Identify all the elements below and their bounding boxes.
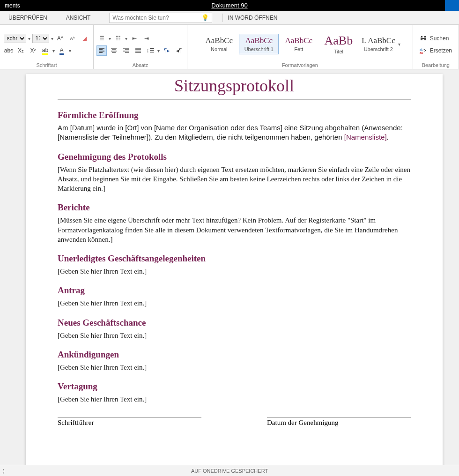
- subscript-button[interactable]: X₂: [16, 45, 26, 56]
- open-in-word-button[interactable]: IN WORD ÖFFNEN: [228, 15, 277, 21]
- replace-label: Ersetzen: [430, 47, 452, 54]
- section-heading[interactable]: Neues Geschäftschance: [58, 318, 411, 328]
- find-button[interactable]: Suchen: [420, 35, 449, 42]
- styles-group: AaBbCc Normal AaBbCc Überschrift 1 AaBbC…: [187, 25, 413, 69]
- section-heading[interactable]: Genehmigung des Protokolls: [58, 152, 411, 162]
- strikethrough-button[interactable]: abc: [4, 45, 14, 56]
- shrink-font-button[interactable]: A^: [67, 33, 78, 44]
- chevron-down-icon: ▾: [52, 48, 55, 53]
- document-canvas[interactable]: Sitzungsprotokoll Förmliche Eröffnung Am…: [0, 69, 459, 465]
- ribbon-tabs: ÜBERPRÜFEN ANSICHT 💡 IN WORD ÖFFNEN: [0, 11, 459, 25]
- style-title[interactable]: AaBb Titel: [318, 32, 358, 56]
- numbering-button[interactable]: ☷: [113, 33, 123, 44]
- align-center-button[interactable]: [109, 45, 119, 56]
- section-body[interactable]: [Geben Sie hier Ihren Text ein.]: [58, 331, 411, 340]
- section: Unerledigtes Geschäftsangelegenheiten [G…: [58, 253, 411, 276]
- bulb-icon: 💡: [201, 14, 209, 21]
- title-left-text: ments: [5, 2, 20, 9]
- chevron-down-icon: ▾: [28, 36, 30, 41]
- ribbon: schri▾ 13▾ A^ A^ ◢ abc X₂ X² ab▾ A▾ Schr…: [0, 25, 459, 69]
- signature-row: Schriftführer Datum der Genehmigung: [58, 417, 411, 427]
- group-label: Formatvorlagen: [282, 62, 318, 68]
- replace-button[interactable]: abac Ersetzen: [420, 47, 452, 54]
- section: Neues Geschäftschance [Geben Sie hier Ih…: [58, 318, 411, 340]
- ltr-button[interactable]: ¶▸: [162, 45, 172, 56]
- chevron-down-icon[interactable]: ▾: [398, 42, 400, 47]
- align-left-button[interactable]: [96, 45, 107, 56]
- style-heading2[interactable]: I. AaBbCc Überschrift 2: [358, 34, 398, 54]
- style-sample: AaBb: [318, 34, 358, 48]
- style-normal[interactable]: AaBbCc Normal: [199, 34, 239, 54]
- style-sample: AaBbCc: [239, 36, 278, 45]
- section-heading[interactable]: Förmliche Eröffnung: [58, 110, 411, 120]
- justify-button[interactable]: [133, 45, 143, 56]
- font-group: schri▾ 13▾ A^ A^ ◢ abc X₂ X² ab▾ A▾ Schr…: [0, 25, 94, 69]
- decrease-indent-button[interactable]: ⇤: [129, 33, 140, 44]
- svg-text:ac: ac: [420, 51, 423, 54]
- rtl-button[interactable]: ◂¶: [174, 45, 184, 56]
- style-sample: I. AaBbCc: [358, 36, 398, 45]
- group-label: Schriftart: [36, 62, 57, 68]
- status-bar: ) AUF ONEDRIVE GESPEICHERT: [0, 465, 459, 476]
- section: Antrag [Geben Sie hier Ihren Text ein.]: [58, 285, 411, 308]
- search-input[interactable]: [112, 15, 201, 21]
- style-name: Fett: [279, 46, 318, 52]
- section-body[interactable]: [Geben Sie hier Ihren Text ein.]: [58, 363, 411, 372]
- style-gallery: AaBbCc Normal AaBbCc Überschrift 1 AaBbC…: [197, 27, 402, 61]
- section-body[interactable]: [Wenn Sie Platzhaltertext (wie diesen hi…: [58, 165, 411, 193]
- group-label: Absatz: [133, 62, 148, 68]
- paragraph-group: ☰▾ ☷▾ ⇤ ⇥ ↕☰▾ ¶▸ ◂¶: [94, 25, 187, 69]
- section-body[interactable]: [Geben Sie hier Ihren Text ein.]: [58, 298, 411, 308]
- style-name: Überschrift 2: [358, 46, 398, 52]
- section-heading[interactable]: Ankündigungen: [58, 350, 411, 360]
- grow-font-button[interactable]: A^: [55, 33, 66, 44]
- replace-icon: abac: [420, 47, 427, 54]
- section: Berichte [Müssen Sie eine eigene Übersch…: [58, 202, 411, 244]
- clear-formatting-button[interactable]: ◢: [80, 33, 90, 44]
- line-spacing-button[interactable]: ↕☰: [145, 45, 155, 56]
- section-heading[interactable]: Antrag: [58, 285, 411, 296]
- style-name: Normal: [199, 46, 239, 52]
- document-title[interactable]: Sitzungsprotokoll: [58, 74, 411, 100]
- font-size-select[interactable]: 13: [32, 34, 49, 43]
- section-body[interactable]: [Geben Sie hier Ihren Text ein.]: [58, 267, 411, 276]
- font-name-select[interactable]: schri: [4, 34, 26, 43]
- page[interactable]: Sitzungsprotokoll Förmliche Eröffnung Am…: [26, 74, 443, 465]
- title-bar: ments Dokument 90: [0, 0, 459, 11]
- bullets-button[interactable]: ☰: [96, 33, 107, 44]
- find-label: Suchen: [430, 35, 449, 42]
- chevron-down-icon: ▾: [51, 36, 53, 41]
- binoculars-icon: [420, 35, 427, 42]
- tell-me-search[interactable]: 💡: [109, 13, 212, 23]
- style-sample: AaBbCc: [279, 36, 318, 45]
- style-sample: AaBbCc: [199, 36, 239, 45]
- style-bold[interactable]: AaBbCc Fett: [279, 34, 318, 54]
- status-left: ): [3, 468, 5, 474]
- section-heading[interactable]: Vertagung: [58, 381, 411, 392]
- section-body[interactable]: Am [Datum] wurde in [Ort] von [Name der …: [58, 123, 411, 142]
- chevron-down-icon: ▾: [125, 36, 127, 41]
- section-body[interactable]: [Geben Sie hier Ihren Text ein.]: [58, 394, 411, 404]
- tab-view[interactable]: ANSICHT: [66, 15, 91, 21]
- group-label: Bearbeitung: [422, 62, 450, 68]
- signature-left[interactable]: Schriftführer: [58, 417, 201, 427]
- document-name[interactable]: Dokument 90: [211, 2, 247, 9]
- increase-indent-button[interactable]: ⇥: [141, 33, 152, 44]
- section-heading[interactable]: Unerledigtes Geschäftsangelegenheiten: [58, 253, 411, 264]
- tab-review[interactable]: ÜBERPRÜFEN: [8, 15, 47, 21]
- style-heading1[interactable]: AaBbCc Überschrift 1: [239, 34, 279, 54]
- chevron-down-icon: ▾: [157, 48, 160, 53]
- font-color-button[interactable]: A: [57, 45, 67, 56]
- signature-right[interactable]: Datum der Genehmigung: [267, 417, 411, 427]
- section-heading[interactable]: Berichte: [58, 202, 411, 213]
- superscript-button[interactable]: X²: [28, 45, 38, 56]
- style-name: Titel: [318, 49, 358, 54]
- section: Vertagung [Geben Sie hier Ihren Text ein…: [58, 381, 411, 404]
- svg-text:ab: ab: [420, 48, 423, 51]
- section-body[interactable]: [Müssen Sie eine eigene Überschrift oder…: [58, 216, 411, 244]
- align-right-button[interactable]: [121, 45, 131, 56]
- account-block[interactable]: [445, 0, 459, 11]
- placeholder-link[interactable]: [Namensliste]: [344, 133, 387, 141]
- editing-group: Suchen abac Ersetzen Bearbeitung: [413, 25, 459, 69]
- highlight-button[interactable]: ab: [40, 45, 51, 56]
